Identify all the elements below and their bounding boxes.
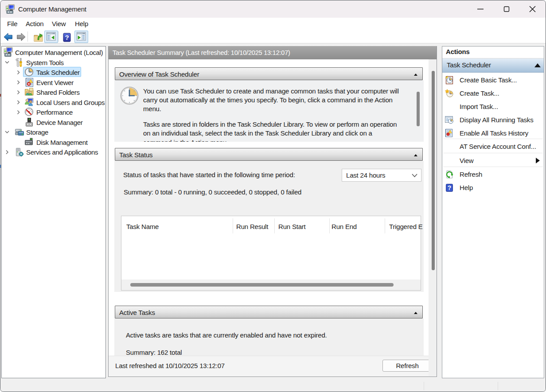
svg-text:?: ? — [448, 184, 452, 191]
svg-text:?: ? — [65, 34, 69, 41]
